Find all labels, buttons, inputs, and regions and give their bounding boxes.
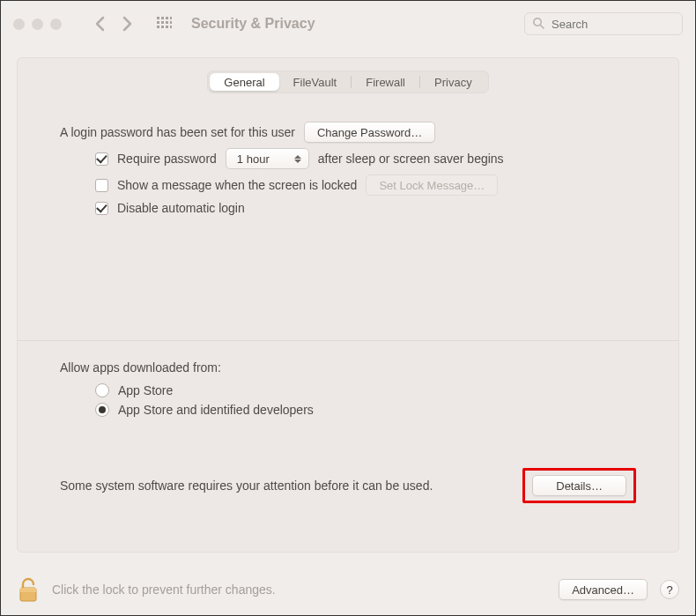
allow-appstore-radio[interactable] [95, 383, 109, 397]
search-field[interactable] [524, 12, 683, 35]
svg-rect-1 [161, 17, 164, 19]
details-highlight: Details… [522, 468, 636, 503]
footer: Click the lock to prevent further change… [1, 564, 695, 615]
allow-apps-heading: Allow apps downloaded from: [60, 360, 636, 375]
attention-text: Some system software requires your atten… [60, 479, 433, 493]
show-lock-message-label: Show a message when the screen is locked [117, 178, 357, 192]
search-input[interactable] [550, 17, 675, 32]
svg-rect-7 [170, 21, 172, 24]
divider [18, 340, 678, 341]
close-window-button[interactable] [13, 19, 25, 30]
svg-rect-0 [157, 17, 159, 19]
disable-auto-login-checkbox[interactable] [95, 202, 108, 215]
lock-icon[interactable] [17, 576, 40, 603]
zoom-window-button[interactable] [50, 19, 62, 30]
login-password-intro: A login password has been set for this u… [60, 125, 295, 139]
svg-rect-6 [166, 21, 168, 24]
svg-rect-9 [161, 26, 164, 28]
advanced-button[interactable]: Advanced… [559, 579, 648, 600]
prefs-panel: General FileVault Firewall Privacy A log… [17, 57, 679, 553]
nav-arrows [93, 16, 134, 32]
allow-appstore-and-identified-radio[interactable] [95, 403, 109, 417]
lock-hint-text: Click the lock to prevent further change… [52, 583, 276, 597]
change-password-button[interactable]: Change Password… [304, 122, 435, 143]
svg-rect-3 [170, 17, 172, 19]
window-title: Security & Privacy [191, 16, 315, 32]
svg-rect-11 [170, 26, 172, 28]
require-password-suffix: after sleep or screen saver begins [318, 152, 504, 166]
tab-filevault[interactable]: FileVault [279, 73, 352, 91]
disable-auto-login-label: Disable automatic login [117, 201, 245, 215]
require-password-label: Require password [117, 152, 217, 166]
minimize-window-button[interactable] [32, 19, 43, 30]
forward-button[interactable] [120, 16, 134, 32]
svg-line-13 [540, 25, 544, 28]
svg-rect-4 [157, 21, 159, 24]
allow-appstore-label: App Store [118, 383, 173, 397]
tab-general[interactable]: General [210, 73, 278, 91]
svg-rect-15 [20, 588, 36, 592]
show-lock-message-checkbox[interactable] [95, 179, 108, 192]
toolbar: Security & Privacy [1, 1, 695, 47]
tab-firewall[interactable]: Firewall [352, 73, 419, 91]
syspref-window: Security & Privacy General FileVault Fir… [0, 0, 696, 616]
allow-appstore-and-identified-label: App Store and identified developers [118, 403, 314, 417]
search-icon [532, 17, 550, 32]
svg-rect-8 [157, 26, 159, 28]
back-button[interactable] [93, 16, 107, 32]
general-content: A login password has been set for this u… [18, 93, 678, 521]
details-button[interactable]: Details… [532, 475, 626, 496]
set-lock-message-button: Set Lock Message… [366, 174, 498, 196]
svg-rect-10 [166, 26, 168, 28]
svg-rect-5 [161, 21, 164, 24]
show-all-prefs-button[interactable] [157, 17, 172, 32]
help-button[interactable]: ? [660, 580, 679, 599]
require-password-checkbox[interactable] [95, 152, 108, 166]
tab-privacy[interactable]: Privacy [420, 73, 486, 91]
tab-bar: General FileVault Firewall Privacy [18, 71, 678, 93]
require-password-delay-value: 1 hour [237, 152, 270, 166]
svg-rect-2 [166, 17, 168, 19]
updown-icon [294, 155, 301, 163]
require-password-delay-select[interactable]: 1 hour [226, 148, 309, 169]
window-controls [13, 19, 62, 30]
